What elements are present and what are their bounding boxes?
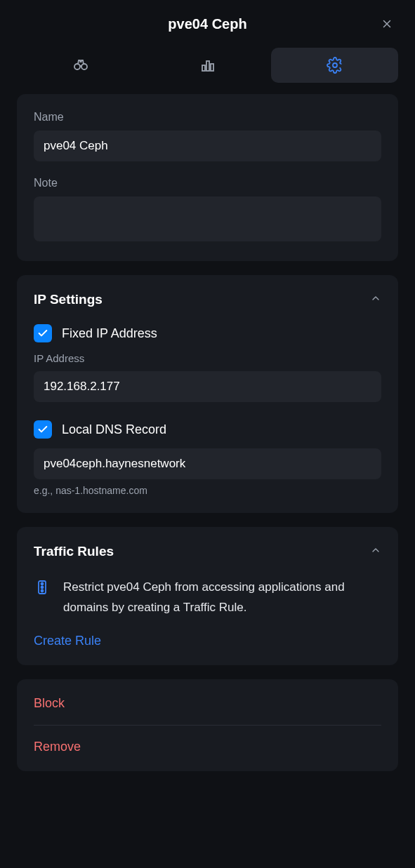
traffic-rules-description: Restrict pve04 Ceph from accessing appli… [63,577,381,618]
page-title: pve04 Ceph [168,16,246,32]
traffic-rules-header[interactable]: Traffic Rules [34,544,381,559]
traffic-rules-card: Traffic Rules Restrict pve04 Ceph from a… [17,527,398,665]
svg-point-0 [74,64,80,69]
binoculars-icon [72,57,89,74]
traffic-rules-title: Traffic Rules [34,544,114,559]
tab-bar [0,48,415,94]
name-label: Name [34,111,381,123]
create-rule-button[interactable]: Create Rule [34,634,101,648]
ip-settings-header[interactable]: IP Settings [34,292,381,307]
svg-point-9 [41,590,44,592]
svg-rect-2 [202,65,205,71]
chevron-up-icon [370,545,381,559]
ip-settings-title: IP Settings [34,292,103,307]
bar-chart-icon [199,57,216,74]
ip-address-input[interactable] [34,371,381,402]
note-label: Note [34,177,381,189]
check-icon [37,328,48,339]
ip-address-label: IP Address [34,352,381,364]
local-dns-label: Local DNS Record [62,422,166,437]
svg-point-8 [41,587,44,589]
dns-record-input[interactable] [34,448,381,479]
close-icon [381,18,393,30]
svg-point-7 [41,583,44,585]
remove-button[interactable]: Remove [34,726,381,768]
danger-card: Block Remove [17,679,398,771]
close-button[interactable] [376,13,398,35]
svg-point-1 [81,64,87,69]
local-dns-checkbox[interactable] [34,420,52,439]
traffic-icon [34,579,51,599]
check-icon [37,424,48,435]
fixed-ip-label: Fixed IP Address [62,326,157,341]
fixed-ip-checkbox[interactable] [34,324,52,342]
tab-settings[interactable] [271,48,398,83]
ip-settings-card: IP Settings Fixed IP Address IP Address … [17,275,398,513]
svg-point-5 [333,63,337,67]
name-input[interactable] [34,131,381,161]
note-input[interactable] [34,196,381,241]
chevron-up-icon [370,293,381,307]
svg-rect-4 [211,64,213,71]
tab-overview[interactable] [17,48,144,83]
block-button[interactable]: Block [34,682,381,725]
svg-rect-3 [206,61,209,71]
basic-card: Name Note [17,94,398,261]
dns-hint: e.g., nas-1.hostname.com [34,485,381,496]
tab-insights[interactable] [144,48,271,83]
gear-icon [327,57,343,74]
